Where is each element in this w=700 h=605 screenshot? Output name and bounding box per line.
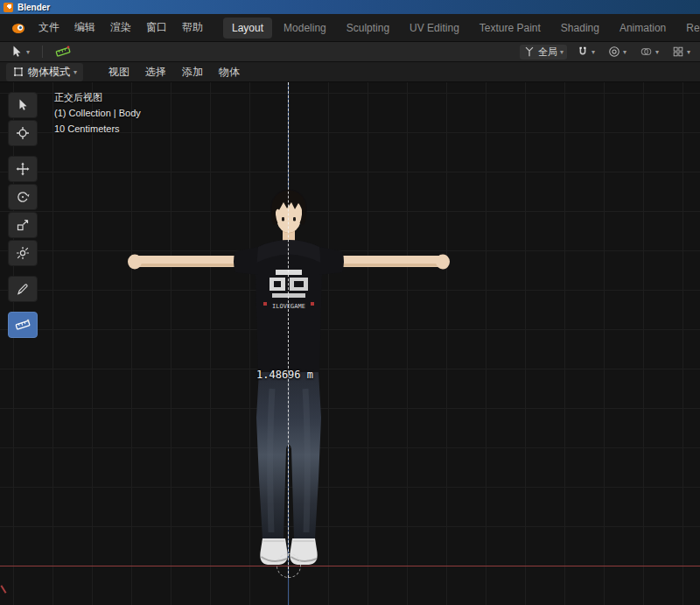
main-menubar: 文件 编辑 渲染 窗口 帮助 Layout Modeling Sculpting… <box>0 14 700 42</box>
tool-settings-header: ▾ 全局 ▾ ▾ <box>0 42 700 62</box>
tool-tweak-select[interactable] <box>8 92 38 118</box>
collection-label: (1) Collection | Body <box>54 105 141 121</box>
workspace-tabs: Layout Modeling Sculpting UV Editing Tex… <box>223 18 700 39</box>
chevron-down-icon: ▾ <box>560 49 564 56</box>
grid-options-icon <box>672 46 684 58</box>
toolbar-gap <box>8 304 38 310</box>
transform-gizmo-icon <box>16 246 30 260</box>
viewport-3d[interactable]: ILOVEGAME 1.48696 m <box>0 82 700 605</box>
measure-ruler-icon <box>55 45 71 59</box>
tool-annotate[interactable] <box>8 276 38 302</box>
grid-scale-label: 10 Centimeters <box>54 121 141 137</box>
tool-settings-left: ▾ <box>6 44 74 60</box>
character-jeans <box>256 372 321 538</box>
workspace-tab-modeling[interactable]: Modeling <box>275 18 335 39</box>
workspace-tab-layout[interactable]: Layout <box>223 18 272 39</box>
menu-render[interactable]: 渲染 <box>103 17 138 39</box>
mode-dropdown[interactable]: 物体模式 ▾ <box>6 63 83 81</box>
chevron-down-icon: ▾ <box>592 49 595 56</box>
proportional-editing-toggle[interactable]: ▾ <box>605 45 630 59</box>
menu-help[interactable]: 帮助 <box>175 17 210 39</box>
overlapping-circles-icon <box>640 46 653 58</box>
workspace-tab-sculpting[interactable]: Sculpting <box>338 18 398 39</box>
viewport-options-dropdown[interactable]: ▾ <box>668 45 694 59</box>
shirt-print-text: ILOVEGAME <box>272 303 305 310</box>
annotate-pen-icon <box>16 282 30 296</box>
viewport-menu-select[interactable]: 选择 <box>137 62 174 82</box>
viewport-info-text: 正交后视图 (1) Collection | Body 10 Centimete… <box>54 89 141 137</box>
object-mode-icon <box>12 66 24 78</box>
toolbar <box>8 92 38 338</box>
character-head <box>270 189 307 233</box>
measure-ruler-icon <box>15 318 31 332</box>
tool-scale[interactable] <box>8 212 38 238</box>
workspace-tab-shading[interactable]: Shading <box>552 18 608 39</box>
tool-cursor[interactable] <box>8 120 38 146</box>
viewport-menu-object[interactable]: 物体 <box>211 62 248 82</box>
scale-icon <box>16 218 30 232</box>
tool-move[interactable] <box>8 156 38 182</box>
orientation-label: 全局 <box>538 46 557 59</box>
blender-logo-icon[interactable] <box>6 18 31 38</box>
viewport-menu-view[interactable]: 视图 <box>101 62 137 82</box>
tool-transform[interactable] <box>8 240 38 266</box>
magnet-icon <box>577 46 589 58</box>
viewport-menu-add[interactable]: 添加 <box>174 62 211 82</box>
workspace-tab-rendering[interactable]: Rendering <box>677 18 700 39</box>
move-icon <box>16 162 30 176</box>
window-title: Blender <box>18 3 50 12</box>
chevron-down-icon: ▾ <box>687 49 690 56</box>
view-label: 正交后视图 <box>54 89 141 105</box>
tool-settings-right: 全局 ▾ ▾ ▾ ▾ <box>520 45 694 60</box>
menu-edit[interactable]: 编辑 <box>67 17 102 39</box>
select-cursor-icon <box>16 98 30 112</box>
measure-protractor-circle[interactable] <box>276 553 301 578</box>
workspace-tab-texture-paint[interactable]: Texture Paint <box>471 18 550 39</box>
toolbar-gap <box>8 148 38 154</box>
overlap-mode-toggle[interactable]: ▾ <box>636 45 662 59</box>
chevron-down-icon: ▾ <box>623 49 626 56</box>
orientation-dropdown[interactable]: 全局 ▾ <box>520 45 567 60</box>
menu-window[interactable]: 窗口 <box>139 17 174 39</box>
rotate-icon <box>16 190 30 204</box>
chevron-down-icon: ▾ <box>74 69 77 76</box>
chevron-down-icon: ▾ <box>655 49 659 56</box>
toolbar-gap <box>8 268 38 274</box>
active-tool-dropdown[interactable]: ▾ <box>6 44 33 60</box>
orientation-axes-icon <box>523 46 536 58</box>
tweak-tool-icon <box>10 45 24 59</box>
blender-app-icon <box>4 3 13 12</box>
snap-toggle[interactable]: ▾ <box>573 45 598 59</box>
measure-value-label: 1.48696 m <box>256 369 313 381</box>
header-separator <box>42 46 43 58</box>
measure-line[interactable] <box>288 82 289 578</box>
viewport-header: 物体模式 ▾ 视图 选择 添加 物体 <box>0 62 700 82</box>
measure-tool-indicator[interactable] <box>52 44 74 60</box>
workspace-tab-animation[interactable]: Animation <box>611 18 675 39</box>
workspace-tab-uv-editing[interactable]: UV Editing <box>401 18 468 39</box>
chevron-down-icon: ▾ <box>26 49 30 56</box>
window-titlebar[interactable]: Blender <box>0 0 700 14</box>
menu-file[interactable]: 文件 <box>32 17 66 39</box>
tool-measure[interactable] <box>8 312 38 338</box>
blender-logo-glyph <box>10 20 26 36</box>
tool-rotate[interactable] <box>8 184 38 210</box>
mode-label: 物体模式 <box>28 65 70 80</box>
y-axis-mark <box>1 585 7 594</box>
3d-cursor-icon <box>16 126 30 140</box>
proportional-circles-icon <box>608 46 620 58</box>
